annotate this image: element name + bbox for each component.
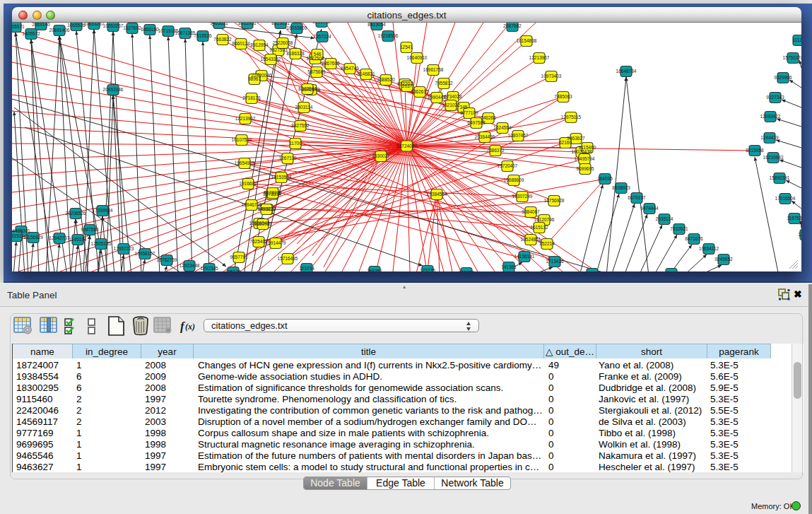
svg-text:2087682: 2087682	[503, 23, 522, 28]
svg-text:15716485: 15716485	[278, 256, 298, 261]
svg-text:12541: 12541	[400, 45, 413, 49]
svg-text:4435001: 4435001	[12, 228, 30, 233]
svg-text:15720407: 15720407	[498, 163, 518, 168]
svg-text:164095: 164095	[597, 176, 613, 181]
svg-text:18724007: 18724007	[396, 144, 417, 148]
svg-text:9327503: 9327503	[269, 47, 288, 52]
svg-text:62160: 62160	[559, 140, 572, 145]
svg-text:19524851: 19524851	[521, 237, 541, 242]
svg-text:9699695: 9699695	[576, 166, 594, 171]
svg-text:1624554: 1624554	[493, 125, 512, 130]
svg-text:6734028: 6734028	[444, 94, 462, 99]
svg-text:8242844: 8242844	[298, 86, 317, 91]
svg-text:252214: 252214	[539, 241, 555, 246]
svg-text:9146821: 9146821	[357, 71, 375, 76]
svg-text:1362615: 1362615	[411, 89, 429, 94]
svg-text:746266: 746266	[481, 115, 496, 120]
svg-text:1405571: 1405571	[12, 24, 25, 29]
svg-text:20206526: 20206526	[66, 211, 86, 216]
svg-text:1405572: 1405572	[22, 31, 40, 36]
svg-text:905135: 905135	[225, 269, 241, 271]
svg-text:8427552: 8427552	[291, 123, 310, 128]
svg-text:16154838: 16154838	[517, 38, 537, 43]
svg-text:17359924: 17359924	[93, 208, 113, 213]
svg-text:17016504: 17016504	[775, 196, 796, 201]
svg-text:7485063: 7485063	[554, 94, 572, 99]
svg-text:9384067: 9384067	[522, 209, 540, 214]
svg-text:12093422: 12093422	[760, 114, 781, 119]
svg-text:19384554: 19384554	[427, 192, 447, 197]
svg-text:120341: 120341	[798, 232, 801, 237]
svg-text:7663822: 7663822	[213, 37, 232, 42]
svg-text:20691406: 20691406	[49, 28, 70, 33]
svg-text:7357224: 7357224	[313, 34, 331, 39]
svg-text:16107534: 16107534	[232, 137, 252, 142]
svg-text:8186328: 8186328	[286, 51, 305, 56]
svg-text:16640910: 16640910	[407, 55, 428, 60]
svg-text:9777109: 9777109	[460, 110, 478, 115]
svg-text:7955812: 7955812	[435, 81, 453, 86]
svg-text:8678332: 8678332	[264, 190, 282, 195]
svg-text:16961758: 16961758	[423, 67, 444, 72]
svg-text:8813052: 8813052	[312, 23, 331, 24]
svg-text:116753: 116753	[787, 216, 801, 221]
svg-text:14136141: 14136141	[514, 254, 535, 259]
svg-text:12923448: 12923448	[180, 263, 200, 268]
svg-text:12213962: 12213962	[235, 116, 256, 121]
svg-text:8660124: 8660124	[232, 41, 250, 46]
svg-text:2718176: 2718176	[242, 95, 261, 100]
svg-text:20364436: 20364436	[475, 134, 495, 139]
svg-text:5875685: 5875685	[307, 69, 326, 74]
svg-text:98961: 98961	[248, 76, 261, 81]
svg-text:17957223: 17957223	[114, 246, 134, 251]
svg-text:924502: 924502	[664, 271, 679, 271]
svg-text:123235: 123235	[420, 268, 435, 271]
svg-text:9463621: 9463621	[210, 23, 228, 25]
svg-text:1065526: 1065526	[67, 23, 86, 28]
svg-text:19218506: 19218506	[378, 33, 399, 38]
svg-text:8454749: 8454749	[341, 66, 359, 71]
svg-text:924501: 924501	[584, 271, 600, 271]
svg-text:18307249: 18307249	[512, 194, 533, 199]
svg-text:6497568: 6497568	[467, 120, 486, 125]
svg-text:11121: 11121	[792, 37, 801, 42]
svg-text:8912954: 8912954	[250, 42, 269, 47]
svg-text:16120746: 16120746	[534, 217, 555, 222]
svg-text:12213967: 12213967	[529, 55, 550, 60]
svg-text:9227343: 9227343	[766, 95, 784, 100]
svg-text:25226058: 25226058	[273, 40, 293, 45]
svg-text:10653267: 10653267	[84, 23, 105, 26]
svg-text:391511: 391511	[12, 233, 24, 238]
svg-text:9329966: 9329966	[774, 75, 792, 80]
svg-text:8938923: 8938923	[612, 185, 630, 190]
svg-text:965779: 965779	[459, 270, 474, 271]
svg-text:769251: 769251	[367, 269, 382, 271]
svg-text:345: 345	[460, 105, 468, 110]
svg-text:123234: 123234	[299, 266, 314, 271]
svg-text:16053809: 16053809	[287, 25, 307, 30]
svg-text:16210643: 16210643	[763, 155, 784, 160]
svg-text:2867608: 2867608	[322, 61, 340, 66]
svg-text:9474444: 9474444	[640, 206, 659, 211]
svg-text:20953346: 20953346	[103, 87, 124, 92]
svg-text:2037: 2037	[402, 83, 413, 88]
svg-text:10653267: 10653267	[103, 23, 124, 28]
svg-text:16756928: 16756928	[544, 198, 565, 203]
svg-text:13153594: 13153594	[271, 175, 292, 180]
svg-text:1530027: 1530027	[372, 153, 390, 158]
svg-text:10671385: 10671385	[175, 30, 196, 35]
svg-text:15751074: 15751074	[783, 55, 801, 60]
svg-text:141361: 141361	[501, 264, 517, 269]
svg-text:16543382: 16543382	[261, 57, 281, 62]
svg-text:12975115: 12975115	[561, 115, 582, 119]
svg-text:10973403: 10973403	[541, 74, 562, 78]
svg-text:19654925: 19654925	[235, 160, 255, 165]
svg-text:12505135: 12505135	[91, 241, 112, 246]
svg-text:7632621: 7632621	[670, 226, 688, 231]
svg-text:1621022: 1621022	[442, 103, 460, 107]
svg-text:2069140: 2069140	[32, 23, 50, 27]
svg-text:9997586: 9997586	[81, 227, 99, 232]
svg-text:9115460: 9115460	[579, 145, 596, 150]
svg-text:10688609: 10688609	[504, 177, 524, 182]
svg-text:8471676: 8471676	[685, 236, 703, 241]
